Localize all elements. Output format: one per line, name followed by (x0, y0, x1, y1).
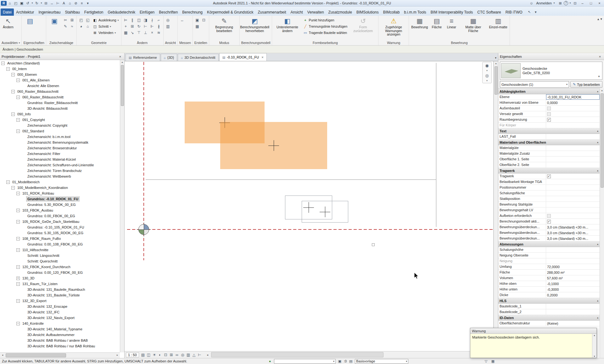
split-gap-icon[interactable]: ∦ (156, 24, 162, 30)
tree-item[interactable]: Grundriss: 5.30_105_RDOK_00_EG (0, 230, 120, 236)
tree-item[interactable]: −060_Raster_Bildausschnitt (0, 94, 120, 100)
project-browser-vertical-scrollbar[interactable]: ▴ (120, 60, 124, 352)
qat-customize-icon[interactable]: ▾ (85, 1, 91, 6)
property-value[interactable] (546, 304, 600, 309)
home-icon[interactable]: ⌂ (7, 1, 13, 6)
show-analytical-model-icon[interactable]: △ (191, 353, 197, 357)
property-value[interactable]: -0,100_01_FU_RDOK (546, 94, 600, 100)
property-group-id-daten[interactable]: ID-Daten▴ (498, 315, 600, 321)
tree-item[interactable]: Grundriss: 0.00_FBOK_00_EG (0, 213, 120, 219)
rotate-icon[interactable]: ↻ (136, 24, 142, 30)
ribbon-tab-ansicht[interactable]: Ansicht (288, 8, 305, 16)
property-value[interactable] (546, 179, 600, 185)
view-tab-referenzebene[interactable]: ▤Referenzebene (126, 54, 160, 61)
tree-expander[interactable]: − (16, 118, 20, 122)
tree-item[interactable]: Zeichenansicht: Copyright (0, 123, 120, 128)
show-warnings-button[interactable]: ⚠Zugehörige Warnungen anzeigen (380, 16, 407, 40)
tab-list-chevron-icon[interactable]: ▾ (495, 56, 496, 61)
property-value[interactable] (546, 111, 600, 117)
canvas-vertical-scrollbar[interactable]: ▴ (494, 61, 498, 351)
shadows-icon[interactable]: ◐ (157, 353, 163, 357)
property-value[interactable]: ✓ (546, 117, 600, 122)
reveal-constraints-icon[interactable]: ⊢ (197, 353, 203, 357)
property-value[interactable] (546, 202, 600, 207)
trim-corner-icon[interactable]: ⌐ (156, 17, 162, 23)
property-value[interactable] (546, 196, 600, 201)
tree-expander[interactable]: − (11, 73, 15, 76)
join-button[interactable]: ⊞Verbinden▾ (92, 30, 120, 36)
tree-item[interactable]: −101_RDOK_Rohbau (0, 190, 120, 196)
tree-item[interactable]: Grundriss: 5.30_RDOK_00_EG (0, 202, 120, 207)
property-value[interactable]: -0,3000 (546, 287, 600, 292)
copy-icon[interactable]: ⊞ (69, 17, 75, 23)
pin-icon[interactable]: ⊤ (136, 30, 142, 36)
tree-item[interactable]: −131_Raum_Tür_Listen (0, 281, 120, 287)
tab-options-chevron-icon[interactable]: ▾ (533, 9, 539, 14)
thin-lines-icon[interactable]: ≡ (79, 1, 85, 6)
area-rebar-button[interactable]: ▤Fläche (430, 16, 444, 40)
property-value[interactable]: 0,2000 (546, 292, 600, 298)
print-icon[interactable]: ⊟ (43, 1, 49, 6)
visual-style-icon[interactable]: ◫ (146, 353, 152, 357)
tree-item[interactable]: Zeichenansicht: Material-Kürzel (0, 157, 120, 162)
tree-item[interactable]: 3D-Ansicht: Bildausschnitt (0, 106, 120, 111)
tree-item[interactable]: 3D-Ansicht: Aufbautennummer (0, 332, 120, 338)
ribbon-tab-einf-gen[interactable]: Einfügen (137, 8, 157, 16)
tree-expander[interactable]: − (16, 79, 20, 82)
properties-scrollbar[interactable]: ▴ (600, 88, 604, 358)
tree-expander[interactable]: − (16, 96, 20, 99)
chevron-down-icon[interactable]: ▾ (31, 1, 34, 6)
ribbon-tab-zusatzmodule[interactable]: Zusatzmodule (326, 8, 354, 16)
property-group-abh-ngigkeiten[interactable]: Abhängigkeiten▴ (498, 89, 600, 94)
app-store-icon[interactable]: ⊞ (557, 1, 563, 6)
scroll-left-icon[interactable]: ◂ (205, 353, 210, 356)
match-multiple-icon[interactable]: ≈ (69, 24, 75, 30)
tree-expander[interactable]: − (16, 209, 20, 212)
align-icon[interactable]: ⊨ (123, 17, 129, 23)
tree-item[interactable]: Grundriss: -0.10_105_RDOK_01_FU (0, 224, 120, 230)
tree-item[interactable]: Zeichenansicht: Benennungssystematik (0, 140, 120, 145)
tree-expander[interactable]: − (16, 192, 20, 195)
mirror-draw-axis-icon[interactable]: ◨ (143, 17, 149, 23)
tree-item[interactable]: Zeichenansicht: Browserstruktur (0, 145, 120, 151)
view-tab-0-10-rdok-01-fu[interactable]: ▤-0.10_RDOK_01_FU× (219, 53, 267, 61)
tree-item[interactable]: Grundriss: 0.00_120_FBOK_00_EG (0, 270, 120, 275)
cope-icon[interactable]: ◰ (78, 17, 84, 23)
create-group-icon[interactable]: ▣ (194, 17, 200, 23)
signin-button[interactable]: Anmelden ▾ (535, 1, 557, 6)
property-value[interactable] (546, 247, 600, 252)
property-value[interactable]: 3,0 cm (Standard) <30 m... (546, 230, 600, 235)
temporary-view-properties-icon[interactable]: ▥ (186, 353, 191, 357)
tree-item[interactable]: 3D-Ansicht: 140_Material_Typname (0, 326, 120, 332)
detail-level-icon[interactable]: ▤ (140, 353, 146, 357)
tree-expander[interactable]: − (16, 322, 20, 325)
open-icon[interactable]: ◰ (13, 1, 19, 6)
tree-expander[interactable]: + (16, 277, 20, 280)
tree-item[interactable]: −092_Standard (0, 128, 120, 134)
property-value[interactable] (546, 253, 600, 258)
demolish-icon[interactable]: ⌂ (85, 24, 91, 30)
tree-item[interactable]: −100_Modellbereich_Koordination (0, 185, 120, 190)
scrollbar-thumb[interactable] (121, 65, 124, 106)
filter-icon[interactable]: ▽ (484, 359, 489, 363)
tree-item[interactable]: 3D-Ansicht: 132_IFC (0, 309, 120, 315)
type-selector[interactable]: Geschossdecke GeDe_STB_0200 ▾ (500, 62, 602, 80)
property-group-materialien-und-oberfl-chen[interactable]: Materialien und Oberflächen▴ (498, 140, 600, 145)
sun-path-icon[interactable]: ☀ (152, 353, 157, 357)
ribbon-tab-geb-udetechnik[interactable]: Gebäudetechnik (106, 8, 137, 16)
property-value[interactable] (546, 207, 600, 213)
crop-view-icon[interactable]: ⊡ (163, 353, 169, 357)
scroll-right-icon[interactable]: ▸ (115, 353, 120, 358)
property-value[interactable]: 3,0 cm (Standard) <30 m... (546, 224, 600, 230)
ribbon-tab-fertigbeton[interactable]: Fertigbeton (82, 8, 106, 16)
property-value[interactable]: ✓ (546, 219, 600, 224)
ribbon-tab-rib-itwo[interactable]: RIB iTWO (503, 8, 525, 16)
cut-icon[interactable]: ✂ (62, 17, 69, 23)
trim-extend-multi-icon[interactable]: ⊩ (149, 24, 155, 30)
tree-expander[interactable]: − (16, 248, 20, 252)
model-line[interactable] (146, 179, 436, 180)
warning-titlebar[interactable]: Warnung (470, 328, 596, 334)
tree-item[interactable]: Grundriss: Raster_Bildausschnitt (0, 100, 120, 106)
drawing-area[interactable]: ◉▾◎▾ (125, 61, 494, 351)
close-button[interactable]: × (596, 1, 603, 5)
